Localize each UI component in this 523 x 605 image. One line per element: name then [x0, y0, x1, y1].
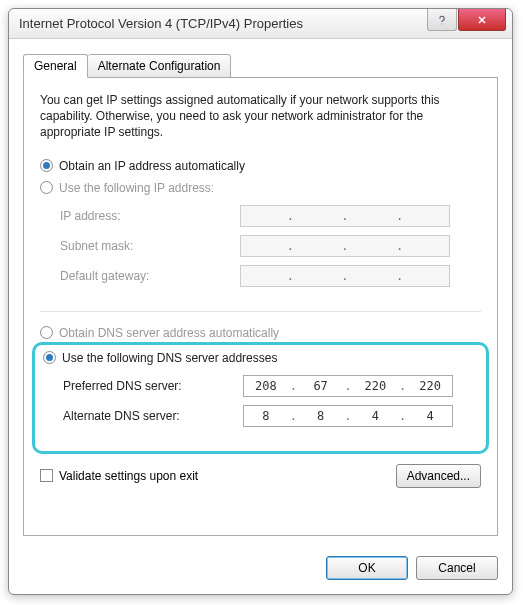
checkbox-validate-on-exit[interactable]: Validate settings upon exit Advanced...	[40, 464, 481, 488]
help-button[interactable]	[427, 9, 457, 31]
radio-obtain-dns-auto[interactable]: Obtain DNS server address automatically	[40, 326, 481, 340]
dialog-footer: OK Cancel	[9, 546, 512, 594]
row-preferred-dns: Preferred DNS server: 208. 67. 220. 220	[63, 375, 478, 397]
radio-use-following-ip[interactable]: Use the following IP address:	[40, 181, 481, 195]
tab-panel-general: You can get IP settings assigned automat…	[23, 77, 498, 536]
octet[interactable]: 4	[410, 409, 450, 423]
radio-icon	[40, 181, 53, 194]
divider	[40, 311, 481, 312]
window-title: Internet Protocol Version 4 (TCP/IPv4) P…	[19, 16, 303, 31]
radio-label: Use the following IP address:	[59, 181, 214, 195]
row-default-gateway: Default gateway: ...	[60, 265, 481, 287]
field-subnet-mask: ...	[240, 235, 450, 257]
field-alternate-dns[interactable]: 8. 8. 4. 4	[243, 405, 453, 427]
radio-label: Use the following DNS server addresses	[62, 351, 277, 365]
radio-label: Obtain an IP address automatically	[59, 159, 245, 173]
close-button[interactable]	[458, 9, 506, 31]
dns-highlight-box: Use the following DNS server addresses P…	[32, 342, 489, 454]
dialog-window: Internet Protocol Version 4 (TCP/IPv4) P…	[8, 8, 513, 595]
row-alternate-dns: Alternate DNS server: 8. 8. 4. 4	[63, 405, 478, 427]
ok-button[interactable]: OK	[326, 556, 408, 580]
label-alternate-dns: Alternate DNS server:	[63, 409, 243, 423]
close-icon	[476, 14, 488, 26]
dialog-body: General Alternate Configuration You can …	[9, 39, 512, 546]
octet[interactable]: 220	[410, 379, 450, 393]
tab-alternate-configuration[interactable]: Alternate Configuration	[88, 54, 232, 78]
title-buttons	[427, 9, 512, 31]
radio-label: Obtain DNS server address automatically	[59, 326, 279, 340]
label-preferred-dns: Preferred DNS server:	[63, 379, 243, 393]
advanced-button[interactable]: Advanced...	[396, 464, 481, 488]
row-subnet-mask: Subnet mask: ...	[60, 235, 481, 257]
titlebar: Internet Protocol Version 4 (TCP/IPv4) P…	[9, 9, 512, 39]
octet[interactable]: 8	[301, 409, 341, 423]
octet[interactable]: 8	[246, 409, 286, 423]
dns-address-group: Preferred DNS server: 208. 67. 220. 220 …	[43, 373, 478, 447]
octet[interactable]: 220	[355, 379, 395, 393]
label-subnet-mask: Subnet mask:	[60, 239, 240, 253]
cancel-button[interactable]: Cancel	[416, 556, 498, 580]
label-default-gateway: Default gateway:	[60, 269, 240, 283]
field-default-gateway: ...	[240, 265, 450, 287]
octet[interactable]: 4	[355, 409, 395, 423]
radio-obtain-ip-auto[interactable]: Obtain an IP address automatically	[40, 159, 481, 173]
tab-strip: General Alternate Configuration	[23, 54, 498, 78]
radio-icon	[40, 159, 53, 172]
field-ip-address: ...	[240, 205, 450, 227]
help-icon	[436, 14, 448, 26]
radio-use-following-dns[interactable]: Use the following DNS server addresses	[43, 351, 478, 365]
octet[interactable]: 208	[246, 379, 286, 393]
octet[interactable]: 67	[301, 379, 341, 393]
intro-text: You can get IP settings assigned automat…	[40, 92, 481, 141]
row-ip-address: IP address: ...	[60, 205, 481, 227]
ip-address-group: IP address: ... Subnet mask: ... Default…	[40, 203, 481, 307]
radio-icon	[40, 326, 53, 339]
field-preferred-dns[interactable]: 208. 67. 220. 220	[243, 375, 453, 397]
label-ip-address: IP address:	[60, 209, 240, 223]
checkbox-icon	[40, 469, 53, 482]
checkbox-label: Validate settings upon exit	[59, 469, 198, 483]
tab-general[interactable]: General	[23, 54, 88, 78]
radio-icon	[43, 351, 56, 364]
